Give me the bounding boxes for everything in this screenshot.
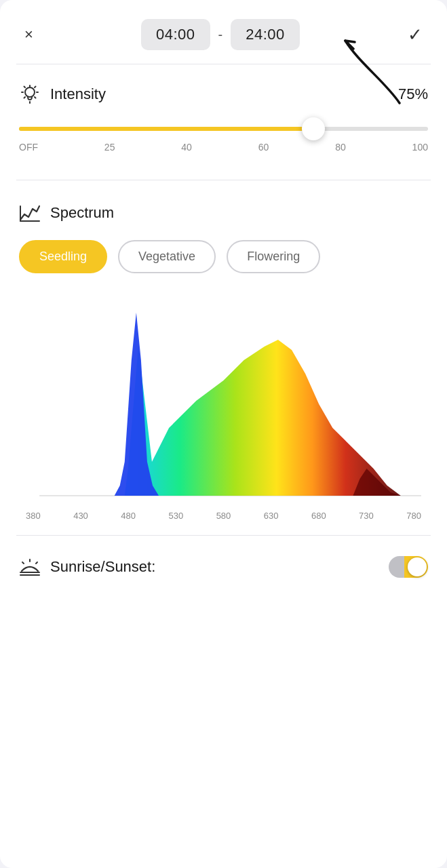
sunrise-title: Sunrise/Sunset: [50,558,155,576]
time-start[interactable]: 04:00 [141,19,210,50]
intensity-slider[interactable]: OFF 25 40 60 80 100 [19,127,428,153]
tab-flowering[interactable]: Flowering [227,240,320,273]
svg-line-7 [24,97,26,98]
svg-point-0 [25,87,35,97]
header: × 04:00 - 24:00 ✓ [0,0,447,64]
slider-thumb[interactable] [302,117,325,140]
time-range: 04:00 - 24:00 [141,19,300,50]
tab-vegetative[interactable]: Vegetative [118,240,216,273]
chart-label-430: 430 [73,511,88,521]
intensity-label-row: Intensity [19,83,106,105]
confirm-button[interactable]: ✓ [402,22,428,48]
slider-label-off: OFF [19,142,38,153]
chart-label-480: 480 [121,511,136,521]
toggle-thumb [408,557,427,576]
chart-label-580: 580 [216,511,231,521]
bulb-icon [19,83,41,105]
svg-line-8 [35,97,36,98]
svg-line-14 [36,562,37,564]
spectrum-title: Spectrum [50,204,114,222]
chart-label-680: 680 [311,511,326,521]
slider-fill [19,127,313,131]
spectrum-header-row: Spectrum [19,202,428,224]
spectrum-tabs: Seedling Vegetative Flowering [19,240,428,273]
svg-line-13 [22,562,24,564]
intensity-header-row: Intensity 75% [19,83,428,105]
chart-label-380: 380 [26,511,41,521]
chart-label-630: 630 [264,511,279,521]
slider-labels: OFF 25 40 60 80 100 [19,142,428,153]
chart-label-780: 780 [406,511,421,521]
spectrum-section: Spectrum Seedling Vegetative Flowering [0,180,447,523]
slider-label-60: 60 [258,142,269,153]
slider-label-40: 40 [181,142,192,153]
main-card: × 04:00 - 24:00 ✓ [0,0,447,868]
spectrum-chart: 380 430 480 530 580 630 680 730 780 [19,292,428,523]
intensity-title: Intensity [50,85,106,103]
sunrise-section: Sunrise/Sunset: [0,536,447,585]
chart-x-labels: 380 430 480 530 580 630 680 730 780 [19,511,428,521]
chart-label-730: 730 [359,511,374,521]
sunrise-icon [19,556,41,578]
close-button[interactable]: × [19,23,39,46]
time-separator: - [218,27,223,43]
slider-label-80: 80 [335,142,346,153]
time-end[interactable]: 24:00 [231,19,300,50]
slider-label-25: 25 [104,142,115,153]
sunrise-toggle[interactable] [389,556,428,578]
chart-label-530: 530 [168,511,183,521]
intensity-section: Intensity 75% OFF 25 40 60 80 100 [0,64,447,167]
svg-line-5 [24,87,26,88]
spectrum-icon [19,202,41,224]
tab-seedling[interactable]: Seedling [19,240,107,273]
sunrise-label-row: Sunrise/Sunset: [19,556,155,578]
svg-line-6 [35,87,36,88]
slider-track [19,127,428,131]
slider-label-100: 100 [412,142,428,153]
intensity-value: 75% [398,85,428,103]
